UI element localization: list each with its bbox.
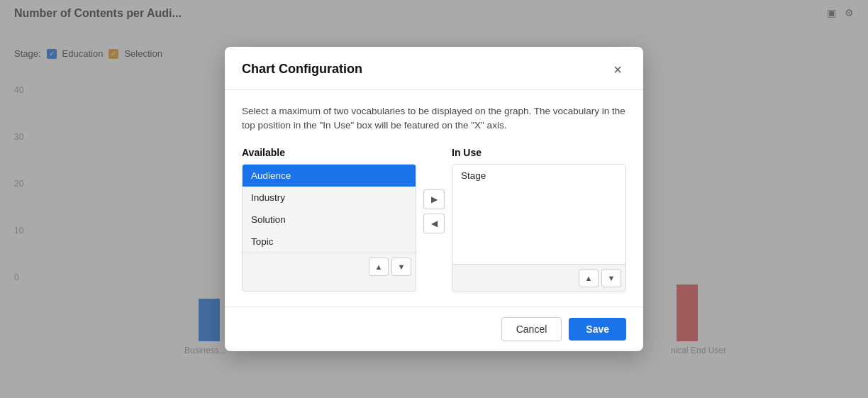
save-button[interactable]: Save (569, 318, 626, 341)
transfer-buttons: ▶ ◀ (416, 147, 452, 233)
available-list: Audience Industry Solution Topic ▲ ▼ (242, 164, 416, 292)
modal-footer: Cancel Save (225, 306, 643, 351)
modal-overlay: Chart Configuration × Select a maximum o… (0, 0, 868, 398)
list-item[interactable]: Solution (243, 209, 416, 231)
inuse-controls: ▲ ▼ (452, 264, 625, 292)
available-up-button[interactable]: ▲ (369, 258, 389, 276)
vocab-columns: Available Audience Industry Solution Top… (242, 147, 626, 292)
inuse-up-button[interactable]: ▲ (579, 269, 599, 287)
available-controls: ▲ ▼ (243, 253, 416, 280)
move-left-button[interactable]: ◀ (423, 214, 445, 233)
close-button[interactable]: × (609, 61, 626, 78)
list-item[interactable]: Industry (243, 187, 416, 209)
list-item[interactable]: Topic (243, 231, 416, 253)
inuse-list: Stage ▲ ▼ (452, 164, 626, 292)
modal-body: Select a maximum of two vocabularies to … (225, 90, 643, 307)
cancel-button[interactable]: Cancel (501, 317, 562, 341)
available-column: Available Audience Industry Solution Top… (242, 147, 416, 292)
list-item[interactable]: Stage (452, 165, 625, 187)
inuse-items-area: Stage (452, 165, 625, 264)
modal-header: Chart Configuration × (225, 47, 643, 90)
available-label: Available (242, 147, 416, 158)
available-down-button[interactable]: ▼ (391, 258, 411, 276)
inuse-column: In Use Stage ▲ ▼ (452, 147, 626, 292)
inuse-label: In Use (452, 147, 626, 158)
list-item[interactable]: Audience (243, 165, 416, 187)
move-right-button[interactable]: ▶ (423, 189, 445, 209)
modal-title: Chart Configuration (242, 62, 362, 77)
inuse-down-button[interactable]: ▼ (601, 269, 621, 287)
modal-description: Select a maximum of two vocabularies to … (242, 104, 626, 133)
chart-config-modal: Chart Configuration × Select a maximum o… (225, 47, 643, 352)
